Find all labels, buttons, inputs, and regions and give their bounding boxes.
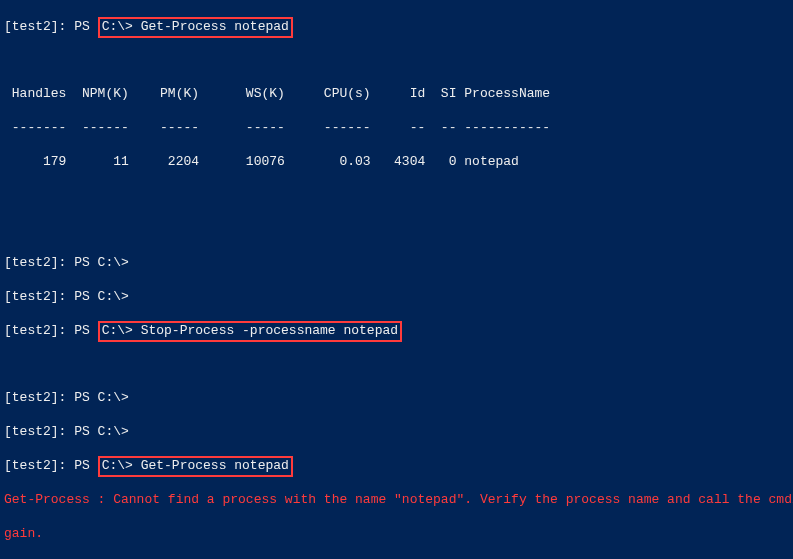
blank-line <box>4 222 789 239</box>
error-line: Get-Process : Cannot find a process with… <box>4 492 789 509</box>
powershell-terminal[interactable]: [test2]: PS C:\> Get-Process notepad Han… <box>0 0 793 559</box>
prompt-line: [test2]: PS C:\> <box>4 390 789 407</box>
blank-line <box>4 53 789 70</box>
blank-line <box>4 188 789 205</box>
prompt-prefix: [test2]: PS <box>4 323 98 338</box>
highlighted-command-2: C:\> Stop-Process -processname notepad <box>98 321 402 342</box>
error-line: gain. <box>4 526 789 543</box>
table-row: 179 11 2204 10076 0.03 4304 0 notepad <box>4 154 789 171</box>
prompt-line: [test2]: PS C:\> <box>4 289 789 306</box>
prompt-prefix: [test2]: PS <box>4 458 98 473</box>
prompt-prefix: [test2]: PS <box>4 19 98 34</box>
command-line: [test2]: PS C:\> Get-Process notepad <box>4 19 789 36</box>
prompt-line: [test2]: PS C:\> <box>4 255 789 272</box>
highlighted-command-3: C:\> Get-Process notepad <box>98 456 293 477</box>
table-separator: ------- ------ ----- ----- ------ -- -- … <box>4 120 789 137</box>
prompt-line: [test2]: PS C:\> <box>4 424 789 441</box>
highlighted-command-1: C:\> Get-Process notepad <box>98 17 293 38</box>
command-line: [test2]: PS C:\> Stop-Process -processna… <box>4 323 789 340</box>
command-line: [test2]: PS C:\> Get-Process notepad <box>4 458 789 475</box>
blank-line <box>4 357 789 374</box>
table-header: Handles NPM(K) PM(K) WS(K) CPU(s) Id SI … <box>4 86 789 103</box>
